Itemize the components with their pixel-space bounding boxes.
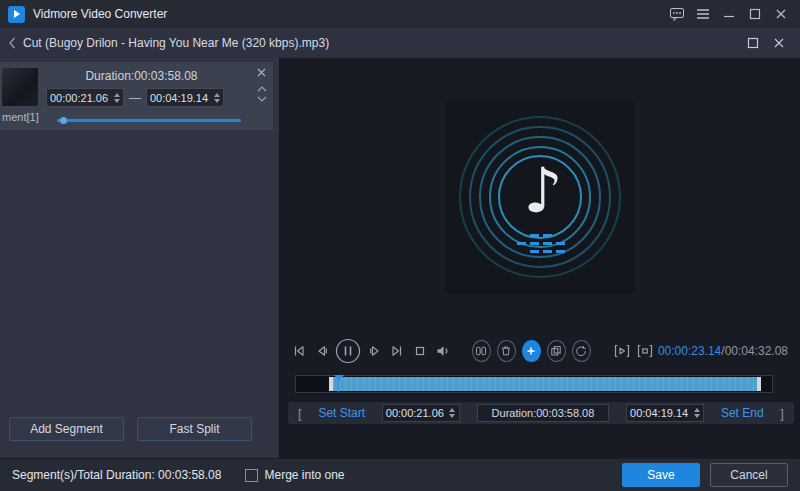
segment-mini-slider[interactable] <box>57 119 241 122</box>
back-icon[interactable] <box>8 37 16 49</box>
trim-start-time-input[interactable] <box>383 407 447 419</box>
playback-controls: 00:00:23.14/00:04:32.08 <box>290 336 788 366</box>
pause-icon <box>335 338 361 364</box>
segment-move-down-button[interactable] <box>257 96 267 102</box>
trim-start-stepper[interactable] <box>447 408 458 418</box>
volume-icon <box>435 343 451 359</box>
dialog-maximize-button[interactable] <box>740 32 766 54</box>
timeline-selection[interactable] <box>333 377 757 391</box>
stop-icon <box>412 343 428 359</box>
step-up-icon <box>214 93 220 97</box>
feedback-button[interactable] <box>664 3 690 25</box>
dialog-close-button[interactable] <box>766 32 792 54</box>
trim-start-time-spinbox[interactable] <box>382 404 460 422</box>
minimize-button[interactable] <box>716 3 742 25</box>
close-icon <box>775 8 787 20</box>
stop-button[interactable] <box>411 338 430 364</box>
volume-button[interactable] <box>433 338 452 364</box>
chevron-down-icon <box>257 96 267 102</box>
frame-capture-button[interactable] <box>635 338 654 364</box>
add-segment-button[interactable]: Add Segment <box>9 417 124 441</box>
pause-button[interactable] <box>335 337 361 365</box>
reset-icon <box>575 345 587 357</box>
maximize-button[interactable] <box>742 3 768 25</box>
range-separator: — <box>129 91 141 105</box>
step-down-icon <box>214 99 220 103</box>
trim-end-stepper[interactable] <box>691 408 702 418</box>
cancel-button[interactable]: Cancel <box>710 463 788 487</box>
step-forward-button[interactable] <box>365 338 384 364</box>
segment-slider-handle[interactable] <box>60 117 67 124</box>
step-down-icon <box>449 414 455 418</box>
split-icon <box>475 345 487 357</box>
segment-end-stepper[interactable] <box>211 93 222 103</box>
menu-icon <box>696 8 710 20</box>
frame-capture-icon <box>636 343 654 359</box>
plus-icon <box>525 345 537 357</box>
fast-split-button[interactable]: Fast Split <box>137 417 252 441</box>
step-down-icon <box>694 414 700 418</box>
set-end-button[interactable]: Set End <box>721 406 764 420</box>
save-button[interactable]: Save <box>622 463 700 487</box>
copy-button[interactable] <box>547 340 566 362</box>
playback-time: 00:00:23.14/00:04:32.08 <box>658 344 788 358</box>
segment-panel: Duration:00:03:58.08 <box>0 58 280 458</box>
trim-end-time-spinbox[interactable] <box>626 404 704 422</box>
footer-bar: Segment(s)/Total Duration: 00:03:58.08 M… <box>0 458 800 491</box>
equalizer-bars <box>517 234 565 253</box>
segment-time-range: — <box>46 88 224 107</box>
step-back-button[interactable] <box>313 338 332 364</box>
maximize-icon <box>749 8 761 20</box>
dialog-controls <box>740 32 792 54</box>
segment-end-time-spinbox[interactable] <box>146 88 224 107</box>
close-button[interactable] <box>768 3 794 25</box>
trim-end-time-input[interactable] <box>627 407 691 419</box>
segment-remove-icon <box>257 68 266 77</box>
segment-thumbnail <box>2 68 38 106</box>
merge-label: Merge into one <box>264 468 344 482</box>
delete-button[interactable] <box>497 340 516 362</box>
dialog-maximize-icon <box>747 37 759 49</box>
split-button[interactable] <box>472 340 491 362</box>
merge-option: Merge into one <box>245 468 344 482</box>
reset-button[interactable] <box>572 340 591 362</box>
segment-move-up-button[interactable] <box>257 86 267 92</box>
skip-start-button[interactable] <box>290 338 309 364</box>
skip-start-icon <box>291 343 307 359</box>
segment-item[interactable]: Duration:00:03:58.08 <box>0 62 273 130</box>
segment-panel-buttons: Add Segment Fast Split <box>9 417 252 441</box>
timeline-end-handle[interactable] <box>757 377 761 391</box>
menu-button[interactable] <box>690 3 716 25</box>
step-back-icon <box>314 343 330 359</box>
step-forward-icon <box>367 343 383 359</box>
segment-duration-label: Duration:00:03:58.08 <box>40 69 243 83</box>
window-controls <box>664 3 794 25</box>
audio-visualizer: ♪ <box>446 100 634 294</box>
skip-end-button[interactable] <box>388 338 407 364</box>
timeline-track[interactable] <box>295 375 773 393</box>
app-window: Vidmore Video Converter <box>0 0 800 491</box>
trim-bar: [ Set Start Duration:00:03:58.08 Set End… <box>288 402 794 424</box>
copy-icon <box>550 345 562 357</box>
segment-start-time-spinbox[interactable] <box>46 88 124 107</box>
dialog-close-icon <box>773 37 785 49</box>
cut-dialog-header: Cut (Bugoy Drilon - Having You Near Me (… <box>0 28 800 58</box>
skip-end-icon <box>389 343 405 359</box>
trim-duration-label: Duration:00:03:58.08 <box>477 404 610 422</box>
segment-end-time-input[interactable] <box>147 92 211 104</box>
feedback-icon <box>669 7 685 22</box>
merge-checkbox[interactable] <box>245 469 258 482</box>
timeline-start-handle[interactable] <box>329 377 333 391</box>
segment-remove-button[interactable] <box>253 65 269 79</box>
step-up-icon <box>694 408 700 412</box>
segment-start-time-input[interactable] <box>47 92 111 104</box>
step-up-icon <box>449 408 455 412</box>
app-title: Vidmore Video Converter <box>33 7 167 21</box>
play-segment-button[interactable] <box>613 338 632 364</box>
set-start-button[interactable]: Set Start <box>318 406 365 420</box>
add-button[interactable] <box>522 340 541 362</box>
segment-start-stepper[interactable] <box>111 93 122 103</box>
current-time: 00:00:23.14 <box>658 344 721 358</box>
segment-name-label: ment[1] <box>2 111 39 123</box>
playhead-marker[interactable] <box>334 375 344 381</box>
